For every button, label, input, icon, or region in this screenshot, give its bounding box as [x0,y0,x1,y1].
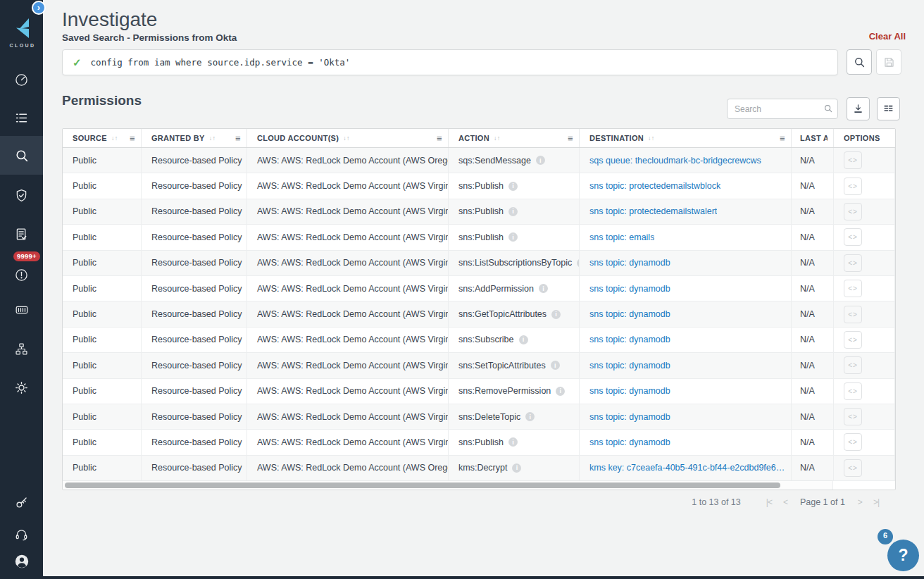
sidebar-item-support[interactable] [0,518,43,549]
scrollbar-thumb[interactable] [65,482,780,488]
sidebar-item-profile[interactable] [0,546,43,577]
table-search-input[interactable] [727,99,838,119]
expand-row-button[interactable]: <> [844,433,862,451]
destination-link[interactable]: sns topic: emails [589,232,654,242]
expand-row-button[interactable]: <> [844,459,862,477]
destination-link[interactable]: sns topic: dynamodb [589,335,670,344]
info-icon[interactable]: i [508,437,518,447]
sort-icon[interactable]: ↓↑ [343,135,350,142]
prev-page-icon[interactable]: < [783,497,787,507]
expand-row-button[interactable]: <> [844,178,862,195]
info-icon[interactable]: i [508,232,518,242]
destination-link[interactable]: sns topic: dynamodb [589,386,670,396]
expand-row-button[interactable]: <> [844,151,862,169]
sidebar-item-policies[interactable] [0,180,43,211]
column-menu-icon[interactable]: ≡ [235,133,241,144]
sidebar-item-compliance[interactable] [0,218,43,249]
expand-row-button[interactable]: <> [844,408,862,425]
info-icon[interactable]: i [519,335,528,344]
sidebar-item-network[interactable] [0,333,43,364]
column-label: OPTIONS [844,134,880,142]
sidebar-item-inventory[interactable] [0,102,43,133]
sort-icon[interactable]: ↓↑ [111,135,118,142]
next-page-icon[interactable]: > [858,497,862,507]
info-icon[interactable]: i [508,182,518,191]
destination-link[interactable]: sns topic: dynamodb [589,284,670,294]
expand-row-button[interactable]: <> [844,331,862,349]
code-icon: <> [848,311,858,318]
source-cell: Public [63,251,142,275]
destination-link[interactable]: sns topic: protectedemailstwalert [589,206,717,216]
options-cell: <> [834,456,895,480]
expand-row-button[interactable]: <> [844,203,862,220]
destination-link[interactable]: sns topic: dynamodb [589,412,670,422]
column-header-action[interactable]: ACTION↓↑≡ [449,129,580,147]
info-icon[interactable]: i [525,412,535,421]
column-header-source[interactable]: SOURCE↓↑≡ [63,129,142,147]
info-icon[interactable]: i [512,463,521,473]
action-cell: sns:AddPermissioni [449,276,580,301]
column-header-cloud-account-s[interactable]: CLOUD ACCOUNT(S)↓↑≡ [247,129,449,147]
source-cell: Public [63,301,142,326]
column-label: LAST ACCESS [800,134,828,142]
sidebar-expand-button[interactable]: › [32,1,46,15]
source-cell: Public [63,328,142,352]
info-icon[interactable]: i [539,284,548,293]
expand-row-button[interactable]: <> [844,382,862,400]
info-icon[interactable]: i [508,207,518,216]
sidebar-item-access-keys[interactable] [0,487,43,518]
expand-row-button[interactable]: <> [844,280,862,297]
sort-icon[interactable]: ↓↑ [209,135,216,142]
last-access-cell: N/A [792,353,834,378]
expand-row-button[interactable]: <> [844,306,862,323]
destination-link[interactable]: sqs queue: thecloudmark-bc-bridgecrewcws [589,156,761,166]
column-header-options[interactable]: OPTIONS [834,129,895,147]
info-icon[interactable]: i [556,387,565,396]
run-search-button[interactable] [847,49,872,75]
column-header-last-access[interactable]: LAST ACCESS [792,129,834,147]
sidebar-item-settings[interactable] [0,372,43,403]
expand-row-button[interactable]: <> [844,228,862,246]
sort-icon[interactable]: ↓↑ [494,135,501,142]
sidebar-item-investigate[interactable] [0,136,43,175]
sidebar-item-compute[interactable] [0,294,43,325]
options-cell: <> [834,328,895,352]
cloud-account-cell: AWS: AWS: RedLock Demo Account (AWS Virg… [247,301,449,326]
destination-link[interactable]: sns topic: dynamodb [589,258,670,268]
destination-link[interactable]: sns topic: dynamodb [589,437,670,447]
column-menu-icon[interactable]: ≡ [130,133,135,144]
column-menu-icon[interactable]: ≡ [780,133,785,144]
sidebar-item-alerts[interactable] [0,259,43,290]
column-menu-icon[interactable]: ≡ [568,133,573,144]
column-header-destination[interactable]: DESTINATION↓↑≡ [580,129,792,147]
sort-icon[interactable]: ↓↑ [648,135,655,142]
expand-row-button[interactable]: <> [844,356,862,374]
last-access-cell: N/A [792,404,834,429]
action-label: kms:Decrypt [458,463,507,473]
first-page-icon[interactable]: |< [766,497,772,507]
sidebar-item-dashboard[interactable] [0,64,43,95]
clear-all-link[interactable]: Clear All [869,31,906,42]
column-menu-icon[interactable]: ≡ [437,133,442,144]
info-icon[interactable]: i [536,156,545,165]
column-header-granted-by[interactable]: GRANTED BY↓↑≡ [142,129,247,147]
table-row: PublicResource-based PolicyAWS: AWS: Red… [63,430,895,455]
download-button[interactable] [847,97,870,120]
destination-link[interactable]: sns topic: dynamodb [589,361,670,371]
save-search-button[interactable] [876,49,901,75]
info-icon[interactable]: i [551,361,560,370]
help-button[interactable]: ? [887,540,919,571]
destination-link[interactable]: sns topic: dynamodb [589,309,670,319]
bottom-bar [0,576,924,579]
expand-row-button[interactable]: <> [844,254,862,272]
column-label: DESTINATION [589,134,644,142]
horizontal-scrollbar[interactable] [63,480,833,490]
info-icon[interactable]: i [551,310,561,319]
destination-link[interactable]: sns topic: protectedemailstwblock [589,181,720,191]
query-input-bar[interactable]: ✓ config from iam where source.idp.servi… [62,49,838,75]
column-settings-button[interactable] [877,97,900,120]
destination-link[interactable]: kms key: c7ceaefa-40b5-491c-bf44-e2cdbd9… [589,463,785,473]
code-icon: <> [848,464,858,472]
last-page-icon[interactable]: >| [873,497,879,507]
source-cell: Public [63,430,142,454]
